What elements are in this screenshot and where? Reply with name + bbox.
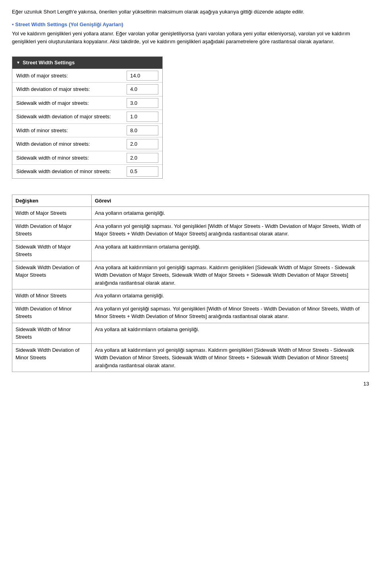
- table-col1-header: Değişken: [12, 195, 92, 207]
- settings-value: 2.0: [127, 139, 158, 149]
- table-cell-description: Ana yolların ortalama genişliği.: [92, 207, 369, 220]
- table-cell-variable: Sidewalk Width Deviation of Minor Street…: [12, 343, 92, 372]
- settings-rows: Width of major streets:14.0Width deviati…: [12, 69, 162, 178]
- table-cell-description: Ana yolların yol genişliği sapması. Yol …: [92, 220, 369, 240]
- table-col2-header: Görevi: [92, 195, 369, 207]
- settings-row: Width of major streets:14.0: [12, 69, 162, 83]
- settings-box: Street Width Settings Width of major str…: [12, 56, 163, 179]
- table-row: Width Deviation of Major StreetsAna yoll…: [12, 220, 369, 240]
- table-cell-description: Ara yolların yol genişliği sapması. Yol …: [92, 302, 369, 323]
- table-cell-description: Ana yollara ait kaldırımların yol genişl…: [92, 261, 369, 289]
- table-cell-variable: Width of Major Streets: [12, 207, 92, 220]
- settings-label: Sidewalk width deviation of major street…: [16, 113, 127, 121]
- table-row: Width Deviation of Minor StreetsAra yoll…: [12, 302, 369, 323]
- settings-label: Sidewalk width of minor streets:: [16, 154, 127, 162]
- settings-row: Width deviation of minor streets:2.0: [12, 137, 162, 151]
- table-cell-description: Ara yolların ortalama genişliği.: [92, 289, 369, 303]
- settings-row: Sidewalk width of major streets:3.0: [12, 96, 162, 110]
- settings-row: Sidewalk width of minor streets:2.0: [12, 151, 162, 165]
- table-row: Width of Major StreetsAna yolların ortal…: [12, 207, 369, 220]
- table-cell-variable: Sidewalk Width Deviation of Major Street…: [12, 261, 92, 289]
- settings-value: 14.0: [127, 71, 158, 81]
- settings-label: Width deviation of major streets:: [16, 85, 127, 93]
- settings-label: Sidewalk width deviation of minor street…: [16, 168, 127, 175]
- settings-box-header: Street Width Settings: [12, 57, 162, 69]
- settings-label: Width of major streets:: [16, 72, 127, 80]
- table-cell-variable: Width of Minor Streets: [12, 289, 92, 303]
- table-row: Sidewalk Width Deviation of Major Street…: [12, 261, 369, 289]
- settings-value: 8.0: [127, 125, 158, 136]
- intro-para2: Yol ve kaldırım genişlikleri yeni yollar…: [12, 30, 369, 45]
- table-cell-description: Ara yollara ait kaldırımların ortalama g…: [92, 323, 369, 343]
- settings-value: 0.5: [127, 166, 158, 177]
- table-cell-variable: Width Deviation of Major Streets: [12, 220, 92, 240]
- settings-label: Sidewalk width of major streets:: [16, 99, 127, 107]
- table-cell-variable: Width Deviation of Minor Streets: [12, 302, 92, 323]
- table-row: Sidewalk Width Deviation of Minor Street…: [12, 343, 369, 372]
- page-number: 13: [12, 380, 369, 388]
- settings-value: 1.0: [127, 112, 158, 122]
- bullet-heading: Street Width Settings (Yol Genişliği Aya…: [12, 21, 369, 29]
- settings-value: 3.0: [127, 98, 158, 108]
- settings-label: Width deviation of minor streets:: [16, 140, 127, 148]
- table-cell-description: Ara yollara ait kaldırımların yol genişl…: [92, 343, 369, 372]
- settings-value: 2.0: [127, 153, 158, 163]
- table-row: Width of Minor StreetsAra yolların ortal…: [12, 289, 369, 303]
- table-cell-variable: Sidewalk Width of Minor Streets: [12, 323, 92, 343]
- intro-para1: Eğer uzunluk Short Length'e yakınsa, öne…: [12, 8, 369, 16]
- table-row: Sidewalk Width of Minor StreetsAra yolla…: [12, 323, 369, 343]
- settings-label: Width of minor streets:: [16, 127, 127, 135]
- table-cell-variable: Sidewalk Width of Major Streets: [12, 240, 92, 261]
- table-row: Sidewalk Width of Major StreetsAna yolla…: [12, 240, 369, 261]
- table-cell-description: Ana yollara ait kaldırımların ortalama g…: [92, 240, 369, 261]
- settings-row: Sidewalk width deviation of minor street…: [12, 164, 162, 178]
- settings-row: Width of minor streets:8.0: [12, 123, 162, 137]
- settings-row: Sidewalk width deviation of major street…: [12, 110, 162, 123]
- data-table: Değişken Görevi Width of Major StreetsAn…: [12, 195, 369, 372]
- settings-row: Width deviation of major streets:4.0: [12, 82, 162, 96]
- settings-value: 4.0: [127, 84, 158, 94]
- table-body: Width of Major StreetsAna yolların ortal…: [12, 207, 369, 372]
